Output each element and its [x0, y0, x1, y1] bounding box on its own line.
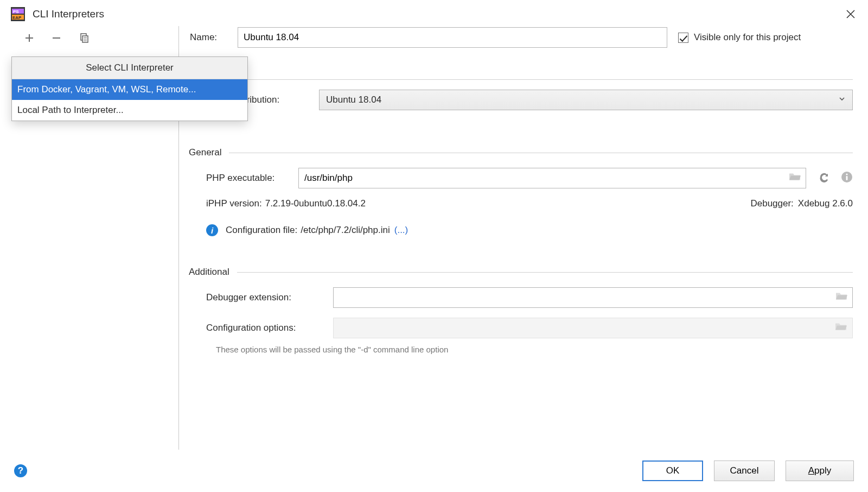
php-executable-input[interactable]	[298, 168, 806, 188]
interpreter-toolbar	[0, 26, 178, 50]
php-version-row: i PHP version: 7.2.19-0ubuntu0.18.04.2 D…	[206, 198, 853, 209]
popup-item-local[interactable]: Local Path to Interpreter...	[12, 100, 247, 121]
config-file-more-link[interactable]: (...)	[394, 225, 409, 236]
cli-interpreters-dialog: PSEAP CLI Interpreters Name:	[0, 0, 868, 492]
linux-distribution-row: Linux Distribution: Ubuntu 18.04	[206, 90, 853, 110]
config-file-label: Configuration file:	[226, 225, 297, 236]
phpstorm-eap-icon: PSEAP	[11, 7, 25, 21]
additional-section-label: Additional	[189, 267, 229, 277]
php-executable-row: PHP executable:	[206, 168, 853, 188]
svg-point-8	[846, 173, 847, 175]
distribution-section: Linux Distribution: Ubuntu 18.04	[189, 79, 853, 110]
debugger-extension-input[interactable]	[333, 287, 853, 308]
php-version-label: PHP version:	[208, 198, 262, 209]
info-icon[interactable]	[841, 171, 853, 186]
svg-text:PS: PS	[13, 9, 19, 14]
visible-only-checkbox[interactable]: Visible only for this project	[678, 32, 801, 43]
checkmark-icon	[678, 33, 688, 43]
configuration-options-row: Configuration options:	[206, 318, 853, 338]
php-executable-actions	[818, 171, 853, 186]
popup-item-remote[interactable]: From Docker, Vagrant, VM, WSL, Remote...	[12, 79, 247, 100]
info-badge-icon: i	[206, 224, 218, 236]
additional-section: Additional Debugger extension:	[189, 267, 853, 354]
visible-only-label: Visible only for this project	[694, 32, 801, 43]
interpreter-settings-panel: Name: Visible only for this project Linu…	[179, 26, 868, 450]
popup-title: Select CLI Interpreter	[12, 57, 247, 79]
debugger-value: Xdebug 2.6.0	[798, 198, 853, 209]
dialog-footer: ? OK Cancel Apply	[0, 450, 868, 492]
copy-icon[interactable]	[76, 30, 91, 46]
chevron-down-icon	[838, 94, 846, 105]
debugger-label: Debugger:	[750, 198, 793, 209]
dialog-title: CLI Interpreters	[33, 8, 843, 20]
folder-open-icon[interactable]	[835, 322, 847, 335]
titlebar: PSEAP CLI Interpreters	[0, 0, 868, 26]
debugger-extension-row: Debugger extension:	[206, 287, 853, 308]
php-version-value: 7.2.19-0ubuntu0.18.04.2	[265, 198, 366, 209]
folder-open-icon[interactable]	[835, 292, 847, 304]
remove-icon[interactable]	[49, 30, 64, 46]
debugger-extension-label: Debugger extension:	[206, 292, 333, 303]
general-section-label: General	[189, 147, 221, 158]
ok-button[interactable]: OK	[642, 461, 703, 481]
select-cli-interpreter-popup: Select CLI Interpreter From Docker, Vagr…	[11, 56, 248, 121]
configuration-options-hint: These options will be passed using the "…	[216, 345, 853, 354]
config-file-row: i Configuration file: /etc/php/7.2/cli/p…	[206, 224, 853, 236]
folder-open-icon[interactable]	[789, 172, 801, 185]
config-file-value: /etc/php/7.2/cli/php.ini	[301, 225, 390, 236]
configuration-options-label: Configuration options:	[206, 323, 333, 333]
linux-distribution-value: Ubuntu 18.04	[326, 94, 381, 105]
cancel-button[interactable]: Cancel	[714, 461, 775, 481]
configuration-options-input[interactable]	[333, 318, 853, 338]
dialog-body: Name: Visible only for this project Linu…	[0, 26, 868, 450]
general-section: General PHP executable:	[189, 147, 853, 236]
reload-icon[interactable]	[818, 171, 830, 186]
apply-button[interactable]: Apply	[786, 461, 854, 481]
svg-rect-9	[846, 176, 848, 180]
add-icon[interactable]	[22, 30, 37, 46]
close-icon[interactable]	[843, 7, 858, 22]
linux-distribution-select[interactable]: Ubuntu 18.04	[319, 90, 853, 110]
php-executable-label: PHP executable:	[206, 173, 298, 184]
name-label: Name:	[189, 32, 235, 43]
name-row: Name: Visible only for this project	[189, 27, 853, 48]
svg-text:EAP: EAP	[12, 15, 22, 20]
help-icon[interactable]: ?	[14, 464, 27, 477]
name-input[interactable]	[238, 27, 667, 48]
